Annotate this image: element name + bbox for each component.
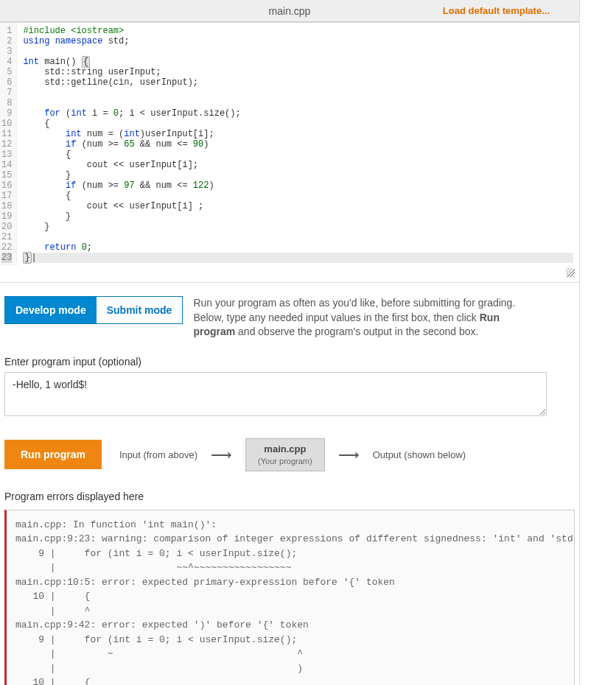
program-input-label: Enter program input (optional): [0, 353, 579, 372]
errors-heading: Program errors displayed here: [0, 486, 579, 507]
filename-tab: main.cpp: [269, 5, 311, 17]
develop-mode-button[interactable]: Develop mode: [5, 297, 97, 323]
line-number-gutter: 1234567891011121314151617181920212223: [0, 23, 17, 266]
run-program-button[interactable]: Run program: [4, 440, 102, 469]
flow-output-label: Output (shown below): [373, 449, 466, 460]
mode-description: Run your program as often as you'd like,…: [193, 296, 575, 340]
arrow-icon: ⟶: [338, 446, 360, 463]
code-area[interactable]: #include <iostream>using namespace std;i…: [17, 23, 579, 266]
code-editor[interactable]: 1234567891011121314151617181920212223 #i…: [0, 22, 579, 283]
flow-input-label: Input (from above): [119, 449, 197, 460]
run-flow-diagram: Input (from above) ⟶ main.cpp (Your prog…: [119, 438, 466, 471]
editor-resize-handle[interactable]: [0, 266, 579, 282]
editor-tabbar: main.cpp Load default template...: [0, 0, 579, 22]
mode-toggle: Develop mode Submit mode: [4, 296, 183, 324]
errors-output: main.cpp: In function 'int main()': main…: [4, 510, 575, 685]
flow-program-box: main.cpp (Your program): [245, 438, 325, 471]
program-input-textarea[interactable]: -Hello, 1 world$!: [4, 372, 547, 416]
load-template-link[interactable]: Load default template...: [443, 5, 550, 16]
arrow-icon: ⟶: [211, 446, 232, 463]
right-sidebar: [579, 0, 616, 685]
submit-mode-button[interactable]: Submit mode: [97, 297, 183, 323]
